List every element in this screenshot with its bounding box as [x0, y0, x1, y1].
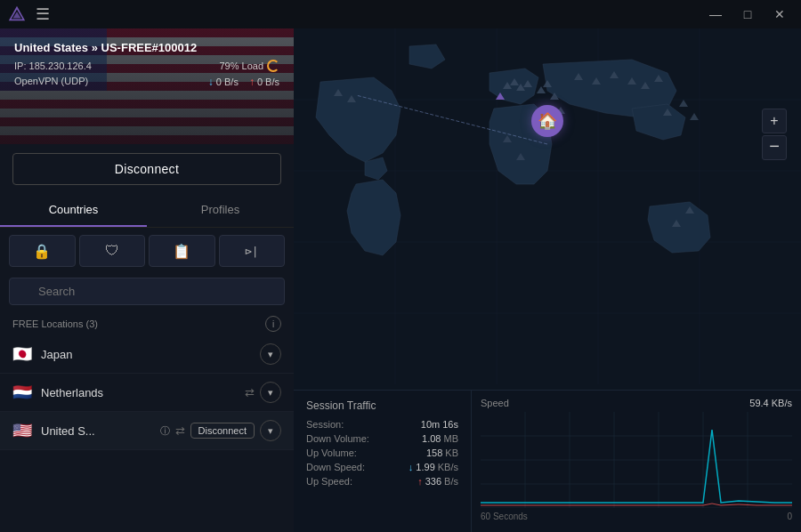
search-wrapper: 🔍 [9, 278, 285, 305]
graph-time-end: 0 [787, 512, 792, 521]
chevron-down-icon: ▾ [268, 425, 273, 437]
tab-profiles[interactable]: Profiles [147, 194, 294, 227]
filter-lock-button[interactable]: 🔒 [9, 235, 76, 267]
speed-indicators: ↓ 0 B/s ↑ 0 B/s [208, 76, 279, 88]
down-volume-label: Down Volume: [306, 433, 369, 444]
down-speed: ↓ 0 B/s [208, 76, 239, 88]
ip-address: IP: 185.230.126.4 [14, 60, 92, 71]
flag-header: United States » US-FREE#100012 IP: 185.2… [0, 28, 294, 144]
country-name: Japan [41, 348, 260, 361]
load-circle-icon [267, 60, 279, 72]
stat-row-up-volume: Up Volume: 158 KB [306, 447, 458, 458]
graph-time-start: 60 Seconds [481, 512, 528, 521]
filter-row: 🔒 🛡 📋 ⊳| [0, 228, 294, 274]
info-button[interactable]: i [265, 316, 281, 332]
home-marker: 🏠 [531, 105, 563, 137]
stat-row-down-speed: Down Speed: ↓ 1.99 KB/s [306, 462, 458, 472]
up-speed: ↑ 0 B/s [249, 76, 279, 88]
lock-icon: 🔒 [33, 243, 51, 260]
up-volume-value: 158 KB [426, 447, 458, 458]
left-panel: United States » US-FREE#100012 IP: 185.2… [0, 28, 294, 532]
chevron-down-icon: ▾ [268, 387, 273, 399]
up-arrow-icon: ↑ [417, 476, 423, 487]
speed-panel: Session Traffic Session: 10m 16s Down Vo… [294, 390, 801, 532]
location-list: 🇯🇵 Japan ▾ 🇳🇱 Netherlands ⇄ ▾ [0, 335, 294, 532]
expand-button[interactable]: ▾ [260, 343, 281, 365]
session-value: 10m 16s [421, 419, 458, 430]
location-actions: ⓘ ⇄ Disconnect ▾ [160, 420, 281, 441]
expand-button[interactable]: ▾ [260, 420, 281, 441]
item-disconnect-button[interactable]: Disconnect [190, 423, 255, 439]
free-locations-label: FREE Locations (3) [12, 318, 98, 329]
server-info-row: IP: 185.230.126.4 79% Load [14, 60, 279, 72]
down-speed-label: Down Speed: [306, 462, 365, 472]
close-button[interactable]: ✕ [765, 4, 794, 25]
speed-graph-header: Speed 59.4 KB/s [481, 398, 792, 408]
protocol-row: OpenVPN (UDP) ↓ 0 B/s ↑ 0 B/s [14, 76, 279, 88]
graph-footer: 60 Seconds 0 [481, 512, 792, 521]
list-icon: 📋 [173, 243, 190, 260]
up-volume-label: Up Volume: [306, 447, 357, 458]
world-map [294, 28, 801, 384]
tabs-row: Countries Profiles [0, 194, 294, 228]
stat-row-session: Session: 10m 16s [306, 419, 458, 430]
speed-graph [481, 412, 792, 510]
minimize-button[interactable]: — [701, 4, 730, 25]
speed-chart-svg [481, 412, 792, 508]
protocol-label: OpenVPN (UDP) [14, 76, 88, 88]
speed-stats: Session Traffic Session: 10m 16s Down Vo… [294, 391, 472, 532]
tab-countries[interactable]: Countries [0, 194, 147, 227]
right-panel: CONNECTED [294, 28, 801, 532]
zoom-in-button[interactable]: + [762, 109, 787, 133]
speed-max-value: 59.4 KB/s [749, 398, 792, 408]
up-speed-label: Up Speed: [306, 476, 352, 487]
country-flag-icon: 🇳🇱 [12, 383, 32, 402]
country-flag-icon: 🇯🇵 [12, 344, 32, 364]
search-row: 🔍 [0, 274, 294, 312]
speed-header-label: Speed [481, 398, 509, 408]
list-item[interactable]: 🇺🇸 United S... ⓘ ⇄ Disconnect ▾ [0, 412, 294, 450]
load-indicator: 79% Load [219, 60, 279, 72]
stat-row-down-volume: Down Volume: 1.08 MB [306, 433, 458, 444]
zoom-out-button[interactable]: − [762, 135, 787, 160]
hamburger-menu-icon[interactable]: ☰ [36, 6, 50, 22]
skip-icon: ⊳| [245, 245, 259, 258]
free-locations-header: FREE Locations (3) i [0, 312, 294, 335]
refresh-icon[interactable]: ⇄ [245, 386, 255, 399]
country-flag-icon: 🇺🇸 [12, 421, 32, 440]
up-speed-value: ↑ 336 B/s [417, 476, 458, 487]
refresh-icon[interactable]: ⇄ [175, 424, 185, 438]
home-icon: 🏠 [538, 111, 557, 131]
maximize-button[interactable]: □ [733, 4, 762, 25]
filter-skip-button[interactable]: ⊳| [219, 235, 286, 267]
server-name: United States » US-FREE#100012 [14, 41, 279, 54]
flag-header-content: United States » US-FREE#100012 IP: 185.2… [0, 28, 294, 88]
disconnect-button[interactable]: Disconnect [12, 153, 281, 185]
disconnect-section: Disconnect [0, 144, 294, 194]
info-circle-icon[interactable]: ⓘ [160, 424, 170, 438]
chevron-down-icon: ▾ [268, 349, 273, 360]
titlebar-left: ☰ [7, 4, 50, 24]
country-name: United S... [41, 424, 160, 438]
country-name: Netherlands [41, 386, 245, 399]
app-logo [7, 4, 27, 24]
speed-graph-area: Speed 59.4 KB/s [472, 391, 801, 532]
filter-shield-button[interactable]: 🛡 [79, 235, 146, 267]
filter-list-button[interactable]: 📋 [149, 235, 215, 267]
shield-icon: 🛡 [105, 243, 119, 259]
titlebar: ☰ — □ ✕ [0, 0, 801, 28]
search-input[interactable] [9, 278, 285, 305]
main-layout: United States » US-FREE#100012 IP: 185.2… [0, 28, 801, 532]
down-volume-value: 1.08 MB [422, 433, 458, 444]
map-controls: + − [762, 109, 787, 160]
session-label: Session: [306, 419, 344, 430]
list-item[interactable]: 🇳🇱 Netherlands ⇄ ▾ [0, 374, 294, 412]
window-controls: — □ ✕ [701, 4, 794, 25]
session-traffic-label: Session Traffic [306, 399, 458, 412]
list-item[interactable]: 🇯🇵 Japan ▾ [0, 335, 294, 374]
expand-button[interactable]: ▾ [260, 382, 281, 403]
location-actions: ⇄ ▾ [245, 382, 281, 403]
down-speed-value: ↓ 1.99 KB/s [409, 462, 458, 472]
down-arrow-icon: ↓ [409, 462, 414, 472]
location-actions: ▾ [260, 343, 281, 365]
